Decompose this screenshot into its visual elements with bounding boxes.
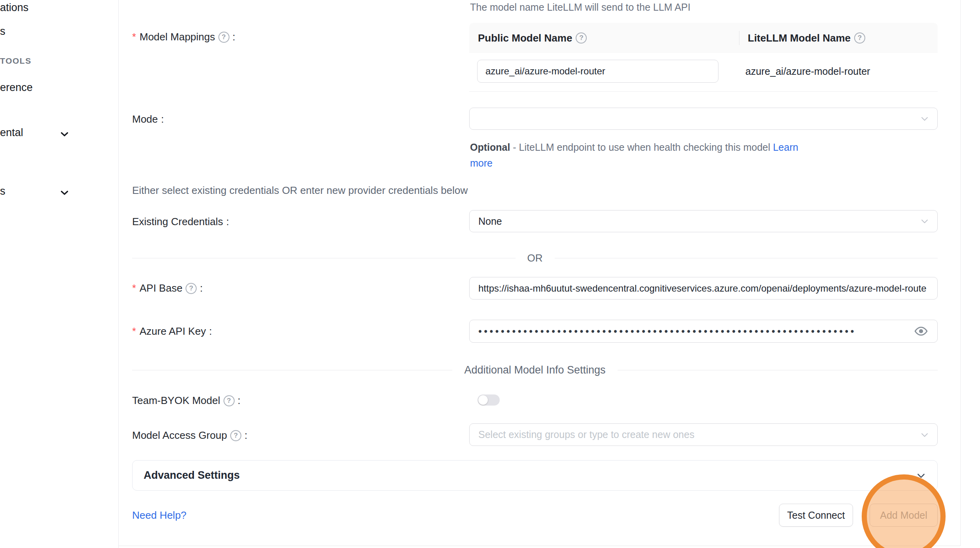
azure-api-key-input[interactable]: ••••••••••••••••••••••••••••••••••••••••… — [469, 320, 938, 343]
sidebar-item-experimental[interactable]: ental — [0, 127, 23, 139]
credentials-note: Either select existing credentials OR en… — [132, 184, 468, 197]
model-mappings-label: * Model Mappings ? : — [132, 31, 235, 43]
mode-select[interactable] — [469, 108, 938, 130]
masked-password-value: ••••••••••••••••••••••••••••••••••••••••… — [478, 326, 894, 337]
chevron-down-icon — [59, 129, 70, 139]
existing-credentials-select[interactable]: None — [469, 210, 938, 232]
help-question-icon[interactable]: ? — [230, 430, 241, 441]
column-header-litellm-model-name: LiteLLM Model Name ? — [739, 32, 865, 44]
team-byok-label: Team-BYOK Model ? : — [132, 394, 241, 407]
chevron-down-icon — [920, 216, 929, 226]
public-model-name-input[interactable]: azure_ai/azure-model-router — [477, 60, 718, 83]
help-question-icon[interactable]: ? — [224, 395, 235, 406]
azure-api-key-label: * Azure API Key : — [132, 325, 212, 338]
required-asterisk: * — [132, 283, 136, 294]
eye-icon[interactable] — [914, 324, 928, 338]
chevron-down-icon — [916, 470, 926, 481]
mode-label: Mode : — [132, 113, 164, 125]
column-divider — [739, 31, 739, 45]
card-right-border — [960, 0, 961, 546]
add-model-page: ations s TOOLS erence ental s The model … — [0, 0, 980, 548]
required-asterisk: * — [132, 326, 136, 337]
sidebar: ations s TOOLS erence ental s — [0, 0, 119, 548]
test-connect-button[interactable]: Test Connect — [779, 504, 853, 527]
api-base-label: * API Base ? : — [132, 282, 203, 294]
card-bottom-border — [119, 546, 960, 546]
existing-credentials-label: Existing Credentials : — [132, 216, 229, 228]
model-mappings-table: Public Model Name ? LiteLLM Model Name ?… — [469, 23, 938, 92]
help-question-icon[interactable]: ? — [576, 32, 587, 44]
model-access-group-label: Model Access Group ? : — [132, 429, 247, 442]
additional-settings-divider: Additional Model Info Settings — [132, 364, 938, 376]
sidebar-item-settings[interactable]: s — [0, 185, 6, 197]
model-access-group-select[interactable]: Select existing groups or type to create… — [469, 423, 938, 446]
need-help-link[interactable]: Need Help? — [132, 509, 186, 521]
sidebar-section-tools: TOOLS — [0, 56, 31, 66]
or-divider: OR — [132, 252, 938, 264]
sidebar-item-organizations[interactable]: ations — [0, 2, 28, 14]
add-model-button[interactable]: Add Model — [870, 504, 938, 527]
help-question-icon[interactable]: ? — [218, 32, 229, 43]
help-question-icon[interactable]: ? — [186, 283, 197, 294]
model-name-hint: The model name LiteLLM will send to the … — [470, 2, 690, 13]
mode-help-text: Optional - LiteLLM endpoint to use when … — [470, 139, 800, 171]
sidebar-item-top-fragment[interactable]: s — [0, 25, 6, 38]
table-header-row: Public Model Name ? LiteLLM Model Name ? — [469, 23, 938, 53]
api-base-input[interactable]: https://ishaa-mh6uutut-swedencentral.cog… — [469, 277, 938, 300]
chevron-down-icon — [920, 114, 929, 123]
litellm-model-name-value: azure_ai/azure-model-router — [745, 53, 870, 89]
chevron-down-icon — [920, 430, 929, 440]
sidebar-item-inference[interactable]: erence — [0, 82, 33, 94]
team-byok-toggle[interactable] — [478, 394, 500, 406]
advanced-settings-panel[interactable]: Advanced Settings — [132, 460, 938, 491]
table-row: azure_ai/azure-model-router azure_ai/azu… — [469, 53, 938, 92]
column-header-public-model-name: Public Model Name ? — [469, 32, 739, 44]
toggle-knob — [478, 395, 488, 405]
chevron-down-icon — [59, 188, 70, 198]
help-question-icon[interactable]: ? — [854, 32, 865, 44]
required-asterisk: * — [132, 31, 136, 43]
